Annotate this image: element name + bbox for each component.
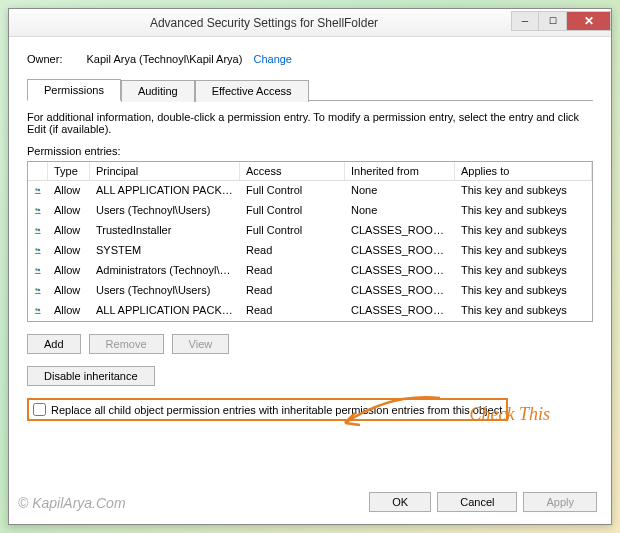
cell-principal: TrustedInstaller	[90, 221, 240, 241]
replace-checkbox-row[interactable]: Replace all child object permission entr…	[27, 398, 508, 421]
cell-principal: Users (Technoyl\Users)	[90, 201, 240, 221]
cell-principal: Administrators (Technoyl\Ad...	[90, 261, 240, 281]
svg-point-7	[38, 249, 41, 252]
cell-type: Allow	[48, 261, 90, 281]
cell-principal: ALL APPLICATION PACKAGES	[90, 181, 240, 201]
view-button[interactable]: View	[172, 334, 230, 354]
principal-icon	[28, 221, 48, 241]
replace-checkbox-label: Replace all child object permission entr…	[51, 404, 502, 416]
cell-type: Allow	[48, 301, 90, 321]
cell-access: Read	[240, 301, 345, 321]
cell-applies: This key and subkeys	[455, 241, 592, 261]
owner-label: Owner:	[27, 53, 62, 65]
table-row[interactable]: AllowALL APPLICATION PACKAGESFull Contro…	[28, 181, 592, 201]
cancel-button[interactable]: Cancel	[437, 492, 517, 512]
svg-point-6	[35, 248, 38, 251]
cell-type: Allow	[48, 241, 90, 261]
principal-icon	[28, 261, 48, 281]
table-row[interactable]: AllowSYSTEMReadCLASSES_ROOT\CLSID...This…	[28, 241, 592, 261]
col-inherited[interactable]: Inherited from	[345, 162, 455, 180]
cell-inherited: None	[345, 181, 455, 201]
owner-row: Owner: Kapil Arya (Technoyl\Kapil Arya) …	[27, 53, 593, 65]
svg-point-3	[38, 209, 41, 212]
svg-point-1	[38, 189, 41, 192]
window-title: Advanced Security Settings for ShellFold…	[17, 16, 511, 30]
svg-point-11	[38, 289, 41, 292]
cell-principal: ALL APPLICATION PACKAGES	[90, 301, 240, 321]
svg-point-4	[35, 228, 38, 231]
security-settings-window: Advanced Security Settings for ShellFold…	[8, 8, 612, 525]
cell-type: Allow	[48, 281, 90, 301]
tab-auditing[interactable]: Auditing	[121, 80, 195, 102]
table-row[interactable]: AllowUsers (Technoyl\Users)Full ControlN…	[28, 201, 592, 221]
svg-point-12	[35, 308, 38, 311]
principal-icon	[28, 241, 48, 261]
info-text: For additional information, double-click…	[27, 111, 593, 135]
col-access[interactable]: Access	[240, 162, 345, 180]
cell-inherited: CLASSES_ROOT\CLSID...	[345, 221, 455, 241]
cell-applies: This key and subkeys	[455, 181, 592, 201]
tab-effective-access[interactable]: Effective Access	[195, 80, 309, 102]
disable-inheritance-button[interactable]: Disable inheritance	[27, 366, 155, 386]
table-row[interactable]: AllowAdministrators (Technoyl\Ad...ReadC…	[28, 261, 592, 281]
cell-applies: This key and subkeys	[455, 221, 592, 241]
principal-icon	[28, 181, 48, 201]
tab-strip: Permissions Auditing Effective Access	[27, 79, 593, 101]
entries-label: Permission entries:	[27, 145, 593, 157]
svg-point-9	[38, 269, 41, 272]
minimize-button[interactable]: ─	[511, 11, 539, 31]
apply-button[interactable]: Apply	[523, 492, 597, 512]
cell-applies: This key and subkeys	[455, 201, 592, 221]
cell-type: Allow	[48, 181, 90, 201]
titlebar: Advanced Security Settings for ShellFold…	[9, 9, 611, 37]
change-owner-link[interactable]: Change	[253, 53, 292, 65]
grid-header: Type Principal Access Inherited from App…	[28, 162, 592, 181]
cell-inherited: CLASSES_ROOT\CLSID...	[345, 241, 455, 261]
principal-icon	[28, 301, 48, 321]
cell-type: Allow	[48, 221, 90, 241]
content-area: Owner: Kapil Arya (Technoyl\Kapil Arya) …	[9, 37, 611, 484]
action-button-row: Add Remove View	[27, 334, 593, 354]
table-row[interactable]: AllowTrustedInstallerFull ControlCLASSES…	[28, 221, 592, 241]
col-type[interactable]: Type	[48, 162, 90, 180]
cell-inherited: CLASSES_ROOT\CLSID...	[345, 281, 455, 301]
owner-value: Kapil Arya (Technoyl\Kapil Arya) Change	[86, 53, 292, 65]
svg-point-8	[35, 268, 38, 271]
col-principal[interactable]: Principal	[90, 162, 240, 180]
principal-icon	[28, 201, 48, 221]
cell-access: Read	[240, 261, 345, 281]
svg-point-13	[38, 309, 41, 312]
cell-access: Full Control	[240, 181, 345, 201]
cell-type: Allow	[48, 201, 90, 221]
remove-button[interactable]: Remove	[89, 334, 164, 354]
cell-principal: SYSTEM	[90, 241, 240, 261]
svg-point-5	[38, 229, 41, 232]
cell-inherited: CLASSES_ROOT\CLSID...	[345, 301, 455, 321]
ok-button[interactable]: OK	[369, 492, 431, 512]
add-button[interactable]: Add	[27, 334, 81, 354]
cell-applies: This key and subkeys	[455, 261, 592, 281]
window-buttons: ─ ☐ ✕	[511, 11, 611, 31]
maximize-button[interactable]: ☐	[539, 11, 567, 31]
col-applies[interactable]: Applies to	[455, 162, 592, 180]
replace-checkbox[interactable]	[33, 403, 46, 416]
cell-access: Full Control	[240, 221, 345, 241]
svg-point-2	[35, 208, 38, 211]
table-row[interactable]: AllowUsers (Technoyl\Users)ReadCLASSES_R…	[28, 281, 592, 301]
svg-point-10	[35, 288, 38, 291]
tab-permissions[interactable]: Permissions	[27, 79, 121, 101]
permission-grid: Type Principal Access Inherited from App…	[27, 161, 593, 322]
cell-inherited: None	[345, 201, 455, 221]
close-button[interactable]: ✕	[567, 11, 611, 31]
cell-applies: This key and subkeys	[455, 301, 592, 321]
cell-inherited: CLASSES_ROOT\CLSID...	[345, 261, 455, 281]
table-row[interactable]: AllowALL APPLICATION PACKAGESReadCLASSES…	[28, 301, 592, 321]
cell-access: Read	[240, 241, 345, 261]
cell-applies: This key and subkeys	[455, 281, 592, 301]
cell-access: Read	[240, 281, 345, 301]
dialog-footer: OK Cancel Apply	[9, 484, 611, 524]
cell-access: Full Control	[240, 201, 345, 221]
disable-inheritance-row: Disable inheritance	[27, 366, 593, 386]
principal-icon	[28, 281, 48, 301]
cell-principal: Users (Technoyl\Users)	[90, 281, 240, 301]
